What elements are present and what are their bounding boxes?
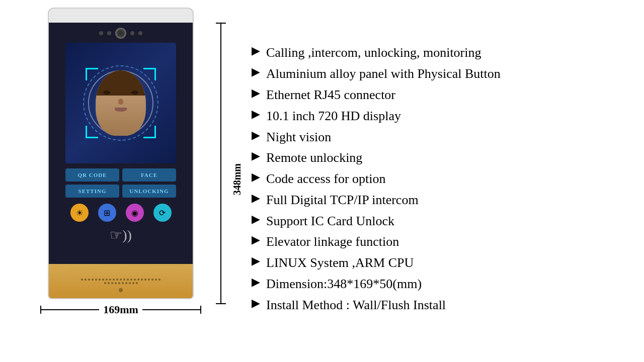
- feature-item-2: ▶ Aluminium alloy panel with Physical Bu…: [252, 65, 629, 82]
- bullet-5: ▶: [252, 129, 260, 142]
- feature-item-6: ▶ Remote unlocking: [252, 149, 629, 166]
- bullet-11: ▶: [252, 254, 260, 267]
- device-illustration: QR CODE FACE SETTING UNLOCKING ☀ ⊞ ◉ ⟳ ☞…: [48, 8, 194, 299]
- device-top-bar: [48, 8, 194, 23]
- feature-text-12: Dimension:348*169*50(mm): [266, 276, 422, 293]
- width-measurement: 169mm: [40, 303, 201, 316]
- sensor-dot-3: [130, 31, 134, 35]
- feature-text-13: Install Method : Wall/Flush Install: [266, 297, 446, 314]
- eye-right: [131, 90, 138, 95]
- unlocking-button[interactable]: UNLOCKING: [122, 185, 176, 198]
- bullet-7: ▶: [252, 170, 260, 184]
- eye-left: [103, 90, 110, 95]
- bullet-2: ▶: [252, 65, 260, 78]
- bullet-12: ▶: [252, 276, 260, 289]
- face-button[interactable]: FACE: [122, 168, 176, 182]
- feature-text-7: Code access for option: [266, 170, 386, 188]
- camera-lens: [115, 28, 126, 39]
- cyan-icon: ⟳: [153, 204, 172, 222]
- width-label: 169mm: [99, 303, 142, 316]
- setting-button[interactable]: SETTING: [65, 185, 119, 198]
- feature-text-5: Night vision: [266, 129, 331, 146]
- face-recognition-screen: [65, 43, 176, 163]
- purple-icon: ◉: [126, 204, 144, 222]
- feature-text-4: 10.1 inch 720 HD display: [266, 108, 401, 125]
- left-panel: QR CODE FACE SETTING UNLOCKING ☀ ⊞ ◉ ⟳ ☞…: [0, 0, 242, 362]
- bullet-8: ▶: [252, 192, 260, 205]
- feature-text-2: Aluminium alloy panel with Physical Butt…: [266, 65, 501, 82]
- bullet-13: ▶: [252, 297, 260, 310]
- grid-icon: ⊞: [98, 204, 116, 222]
- height-cap-bottom: [216, 303, 226, 304]
- feature-text-1: Calling ,intercom, unlocking, monitoring: [266, 44, 481, 61]
- height-measurement: 348mm: [220, 23, 221, 304]
- feature-item-12: ▶ Dimension:348*169*50(mm): [252, 276, 629, 293]
- right-panel: ▶ Calling ,intercom, unlocking, monitori…: [242, 0, 644, 362]
- nfc-symbol: ☞)): [110, 227, 132, 243]
- bullet-1: ▶: [252, 44, 260, 57]
- sensor-dot-4: [138, 31, 142, 35]
- feature-item-3: ▶ Ethernet RJ45 connector: [252, 86, 629, 104]
- corner-bl: [86, 126, 98, 138]
- bullet-6: ▶: [252, 149, 260, 162]
- face-mouth: [115, 108, 127, 112]
- device-bottom-bar: [48, 264, 194, 299]
- qr-code-button[interactable]: QR CODE: [65, 168, 119, 182]
- orange-icon: ☀: [70, 204, 89, 222]
- feature-text-11: LINUX System ,ARM CPU: [266, 254, 414, 272]
- icon-row: ☀ ⊞ ◉ ⟳: [65, 204, 176, 222]
- sensor-dot-2: [107, 31, 111, 35]
- bullet-9: ▶: [252, 213, 260, 226]
- device-wrapper: QR CODE FACE SETTING UNLOCKING ☀ ⊞ ◉ ⟳ ☞…: [40, 8, 201, 316]
- face-nose: [118, 99, 123, 105]
- height-label: 348mm: [231, 163, 243, 195]
- feature-item-4: ▶ 10.1 inch 720 HD display: [252, 108, 629, 125]
- device-screen: QR CODE FACE SETTING UNLOCKING ☀ ⊞ ◉ ⟳ ☞…: [48, 23, 194, 264]
- feature-item-1: ▶ Calling ,intercom, unlocking, monitori…: [252, 44, 629, 61]
- button-grid: QR CODE FACE SETTING UNLOCKING: [65, 168, 176, 198]
- height-cap-top: [216, 23, 226, 24]
- sensor-dot-1: [99, 31, 103, 35]
- feature-text-6: Remote unlocking: [266, 149, 362, 166]
- feature-text-9: Support IC Card Unlock: [266, 213, 394, 230]
- feature-text-8: Full Digital TCP/IP intercom: [266, 192, 419, 209]
- bullet-3: ▶: [252, 86, 260, 100]
- feature-item-11: ▶ LINUX System ,ARM CPU: [252, 254, 629, 272]
- feature-item-7: ▶ Code access for option: [252, 170, 629, 188]
- feature-item-5: ▶ Night vision: [252, 129, 629, 146]
- face-features: [103, 90, 138, 112]
- feature-item-9: ▶ Support IC Card Unlock: [252, 213, 629, 230]
- feature-text-10: Elevator linkage function: [266, 233, 399, 250]
- feature-text-3: Ethernet RJ45 connector: [266, 86, 395, 104]
- bullet-10: ▶: [252, 233, 260, 246]
- speaker-grille: [80, 279, 161, 284]
- bottom-dot: [119, 288, 123, 292]
- face-eyes: [103, 90, 138, 95]
- feature-item-10: ▶ Elevator linkage function: [252, 233, 629, 250]
- feature-item-13: ▶ Install Method : Wall/Flush Install: [252, 297, 629, 314]
- sensor-row: [99, 28, 142, 39]
- height-line: 348mm: [220, 23, 221, 304]
- bullet-4: ▶: [252, 108, 260, 121]
- corner-br: [143, 126, 156, 138]
- face-image: [96, 70, 146, 136]
- feature-item-8: ▶ Full Digital TCP/IP intercom: [252, 192, 629, 209]
